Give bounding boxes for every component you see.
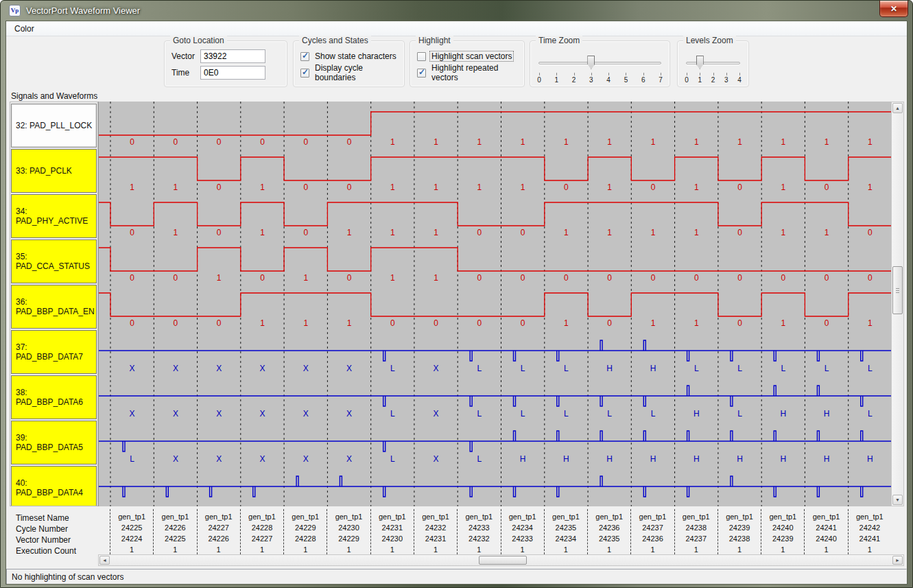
signal-row-35[interactable]: 35: PAD_CCA_STATUS [11, 239, 97, 283]
state-value: 1 [390, 137, 395, 147]
state-value: 1 [260, 228, 265, 237]
vertical-scrollbar[interactable]: ▲ ▼ [891, 102, 904, 506]
state-value: 1 [347, 318, 352, 328]
strobe-low-pulse [774, 486, 776, 497]
signal-row-34[interactable]: 34: PAD_PHY_ACTIVE [11, 194, 97, 238]
scroll-right-button[interactable]: ► [892, 556, 903, 565]
scroll-up-button[interactable]: ▲ [892, 103, 903, 113]
close-button[interactable]: ✕ [879, 1, 908, 17]
highlight-checkbox[interactable] [417, 52, 426, 61]
highlight-checkbox[interactable]: ✓ [417, 69, 426, 78]
state-value: 1 [781, 183, 785, 192]
signal-row-37[interactable]: 37: PAD_BBP_DATA7 [11, 330, 97, 374]
highlight-checkbox-label[interactable]: Highlight scan vectors [430, 51, 513, 61]
slider-thumb[interactable] [587, 56, 595, 69]
horizontal-scroll-thumb[interactable] [479, 556, 527, 565]
slider-tick [591, 73, 592, 75]
scroll-left-button[interactable]: ◄ [99, 556, 110, 565]
strobe-high-pulse [600, 476, 602, 486]
cycles-states-checkbox[interactable]: ✓ [300, 69, 309, 78]
client-area: Color Goto Location Vector Time Cycles a… [5, 21, 908, 585]
signal-row-39[interactable]: 39: PAD_BBP_DATA5 [11, 421, 97, 464]
state-value: 0 [217, 137, 222, 147]
cycles-states-checkbox-label[interactable]: Show state characters [313, 51, 398, 61]
state-value: 1 [651, 137, 656, 147]
strobe-low-pulse [514, 486, 516, 497]
vector-field[interactable] [200, 49, 265, 63]
time-zoom-title: Time Zoom [536, 36, 582, 45]
strobe-low-pulse [123, 441, 125, 451]
state-value: 1 [694, 318, 699, 328]
check-icon: ✓ [302, 51, 309, 60]
state-value: 1 [260, 318, 265, 328]
footer-column: gen_tp124226242251 [153, 509, 196, 554]
signal-row-40[interactable]: 40: PAD_BBP_DATA4 [11, 466, 97, 506]
strobe-low-pulse [383, 486, 386, 497]
slider-track[interactable] [538, 62, 661, 64]
slider-track[interactable] [686, 62, 740, 64]
state-value: H [737, 454, 743, 464]
levels-zoom-group: Levels Zoom 01234 [677, 40, 749, 87]
horizontal-scrollbar[interactable]: ◄ ► [98, 554, 904, 566]
footer-vector-value: 24232 [458, 534, 500, 545]
scroll-down-button[interactable]: ▼ [892, 495, 903, 505]
footer-vector-value: 24236 [631, 534, 674, 545]
state-value: L [868, 409, 873, 419]
cycles-states-checkbox[interactable]: ✓ [300, 52, 309, 61]
menu-item-color[interactable]: Color [10, 23, 39, 35]
state-value: H [650, 454, 656, 464]
state-value: 0 [130, 137, 134, 147]
state-value: 1 [564, 228, 569, 237]
state-value: 1 [607, 183, 612, 192]
check-icon: ✓ [302, 67, 309, 77]
levels-zoom-title: Levels Zoom [683, 36, 736, 45]
footer-column: gen_tp124229242281 [283, 509, 327, 554]
slider-tick [687, 73, 687, 75]
signal-row-38[interactable]: 38: PAD_BBP_DATA6 [11, 375, 97, 419]
state-value: 1 [390, 273, 395, 283]
state-value: 0 [737, 183, 742, 192]
waveform-row-36 [99, 293, 892, 316]
signal-row-36[interactable]: 36: PAD_BBP_DATA_EN [11, 285, 97, 329]
footer-timeset-value: gen_tp1 [761, 512, 804, 523]
time-zoom-slider[interactable]: 01234567 [536, 54, 664, 84]
signal-row-33[interactable]: 33: PAD_PCLK [11, 149, 97, 193]
time-field[interactable] [200, 66, 265, 80]
cycles-states-checkbox-label[interactable]: Display cycle boundaries [313, 63, 404, 82]
levels-zoom-slider[interactable]: 01234 [683, 54, 743, 84]
strobe-low-pulse [470, 441, 472, 451]
scroll-left-icon: ◄ [102, 558, 107, 563]
state-value: 0 [521, 318, 525, 328]
vertical-scroll-thumb[interactable] [892, 266, 903, 314]
state-value: 1 [868, 137, 873, 147]
state-value: 0 [868, 228, 873, 237]
strobe-high-pulse [687, 431, 689, 441]
footer-exec-value: 1 [284, 545, 327, 554]
footer-exec-value: 1 [154, 545, 196, 554]
waveform-row-35 [99, 248, 892, 271]
scroll-up-icon: ▲ [895, 106, 900, 110]
strobe-high-pulse [861, 431, 863, 441]
strobe-low-pulse [643, 396, 645, 406]
footer-cycle-value: 24237 [631, 523, 674, 534]
slider-tick-label: 3 [589, 76, 593, 84]
cycles-states-group: Cycles and States ✓Show state characters… [293, 40, 405, 87]
footer-exec-value: 1 [631, 545, 674, 554]
state-value: 0 [607, 318, 612, 328]
signal-row-32[interactable]: 32: PAD_PLL_LOCK [11, 104, 97, 148]
footer-timeset-value: gen_tp1 [805, 512, 847, 523]
slider-thumb[interactable] [696, 56, 704, 69]
footer-cycle-value: 24242 [849, 523, 891, 534]
state-value: H [606, 364, 613, 373]
footer-column: gen_tp124230242291 [327, 509, 370, 554]
title-bar[interactable]: Vp VectorPort Waveform Viewer ✕ [1, 1, 912, 21]
state-value: L [521, 409, 525, 419]
footer-timeset-value: gen_tp1 [718, 512, 761, 523]
footer-timeset-value: gen_tp1 [154, 512, 196, 523]
highlight-checkbox-label[interactable]: Highlight repeated vectors [430, 63, 524, 82]
footer-timeset-value: gen_tp1 [327, 512, 370, 523]
state-value: 1 [825, 137, 829, 147]
waveform-area[interactable]: 0000001111111111111101001111010101010101… [98, 102, 891, 506]
state-value: H [520, 454, 526, 464]
strobe-low-pulse [383, 441, 386, 451]
